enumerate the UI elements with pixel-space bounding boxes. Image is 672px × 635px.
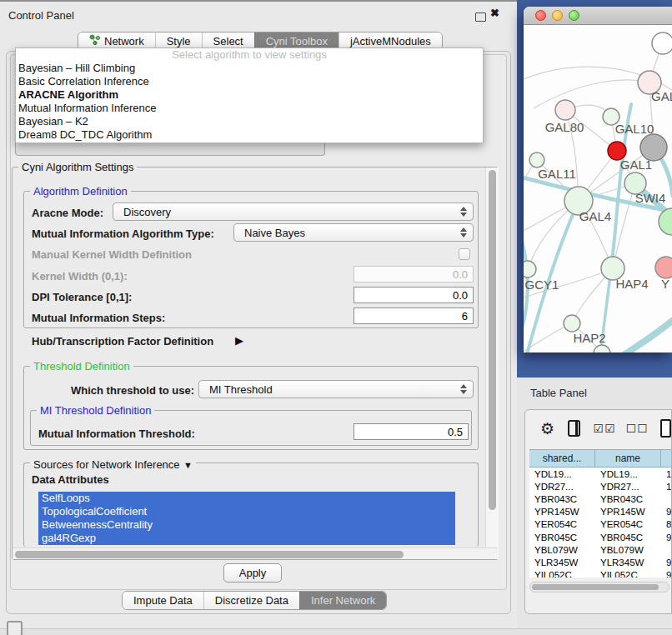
table-cell: YIL052C (595, 570, 661, 578)
dropdown-item[interactable]: Dream8 DC_TDC Algorithm (16, 128, 483, 142)
document-icon[interactable] (660, 419, 671, 438)
table-panel-window: ⚙ ☑☑ ☐☐ shared... name YDL19...YDL19...1… (524, 409, 672, 614)
aracne-mode-value: Discovery (123, 206, 171, 218)
select-all-checkboxes-icon[interactable]: ☑☑ (594, 422, 616, 435)
list-item[interactable]: SelfLoops (38, 492, 455, 505)
which-threshold-value: MI Threshold (209, 383, 273, 396)
sources-group-title: Sources for Network Inference (33, 458, 180, 471)
mi-steps-label: Mutual Information Steps: (32, 312, 165, 324)
network-node-hap2[interactable] (564, 315, 580, 332)
scrollbar-thumb[interactable] (15, 551, 404, 558)
table-cell: YER054C (529, 519, 595, 529)
expand-arrow-icon[interactable]: ▶ (235, 334, 243, 347)
aracne-mode-combo[interactable]: Discovery (113, 202, 474, 221)
table-cell: YLR345W (595, 558, 661, 568)
network-node-gal80[interactable] (555, 100, 575, 120)
combo-stepper-icon (460, 228, 467, 238)
hub-definition-label[interactable]: Hub/Transcription Factor Definition (32, 335, 213, 348)
network-window-titlebar[interactable] (524, 7, 672, 25)
table-panel-title: Table Panel (530, 387, 587, 399)
table-cell: 9. (661, 558, 672, 568)
table-row[interactable]: YLR345WYLR345W9. (529, 556, 672, 568)
close-icon[interactable]: ✖ (490, 7, 499, 19)
table-row[interactable]: YER054CYER054C8. (529, 518, 672, 531)
dpi-tolerance-field[interactable]: 0.0 (354, 287, 474, 303)
column-header[interactable]: shared... (529, 449, 595, 468)
scrollbar-thumb[interactable] (532, 584, 659, 590)
zoom-window-icon[interactable] (569, 10, 579, 21)
table-cell: YDR27... (529, 482, 595, 492)
table-row[interactable]: YPR145WYPR145W9. (529, 506, 672, 518)
table-cell: 9. (661, 570, 672, 578)
node-label: HAP4 (615, 277, 648, 291)
settings-horizontal-scrollbar[interactable] (13, 548, 498, 559)
minimize-window-icon[interactable] (552, 10, 563, 21)
tab-infer-network[interactable]: Infer Network (299, 592, 386, 609)
mi-steps-field[interactable]: 6 (354, 308, 474, 324)
table-cell: YDL19... (595, 469, 661, 479)
mi-threshold-field[interactable]: 0.5 (354, 423, 469, 440)
close-window-icon[interactable] (535, 10, 546, 21)
mi-type-value: Naive Bayes (244, 227, 305, 239)
network-node-gal11[interactable] (529, 152, 544, 168)
table-horizontal-scrollbar[interactable] (529, 582, 669, 592)
table-row[interactable]: YBL079WYBL079W (529, 543, 672, 556)
scrollbar-thumb[interactable] (489, 170, 496, 510)
settings-vertical-scrollbar[interactable] (485, 168, 499, 559)
list-item[interactable]: gal4RGexp (38, 532, 455, 545)
mi-threshold-group-title: MI Threshold Definition (37, 404, 154, 417)
table-row[interactable]: YDR27...YDR27...12 (529, 480, 672, 492)
kernel-width-field[interactable]: 0.0 (354, 266, 474, 282)
mi-type-combo[interactable]: Naive Bayes (233, 223, 474, 242)
tab-impute-data[interactable]: Impute Data (123, 592, 203, 609)
node-label: GAL1 (620, 158, 652, 172)
network-canvas[interactable]: GALGAL80GAL10GAL1GAL11GAL4SWI4GCY1HAP4YH… (524, 25, 672, 352)
column-header[interactable]: name (595, 449, 661, 468)
network-node-gcy1[interactable] (524, 261, 536, 278)
split-columns-icon[interactable] (568, 420, 580, 437)
table-row[interactable]: YBR043CYBR043C (529, 492, 672, 505)
manual-kernel-checkbox[interactable] (459, 248, 470, 260)
network-graph: GALGAL80GAL10GAL1GAL11GAL4SWI4GCY1HAP4YH… (524, 25, 672, 352)
list-item[interactable]: BetweennessCentrality (38, 518, 455, 532)
table-row[interactable]: YBR045CYBR045C9. (529, 531, 672, 543)
table-cell: YBR043C (529, 494, 595, 504)
dropdown-item[interactable]: Mutual Information Inference (16, 102, 483, 115)
data-attributes-list[interactable]: SelfLoops TopologicalCoefficient Between… (38, 492, 455, 545)
table-cell: YBR045C (595, 532, 661, 542)
collapse-arrow-icon[interactable]: ▼ (183, 460, 193, 470)
network-node-swi4[interactable] (659, 208, 672, 235)
which-threshold-combo[interactable]: MI Threshold (198, 380, 474, 398)
table-body[interactable]: YDL19...YDL19...13YDR27...YDR27...12YBR0… (529, 468, 672, 578)
minimized-panel-icon[interactable] (7, 621, 23, 635)
status-strip (0, 628, 672, 635)
bottom-tabs: Impute Data Discretize Data Infer Networ… (122, 591, 387, 610)
dropdown-item[interactable]: Basic Correlation Inference (16, 75, 483, 88)
manual-kernel-label: Manual Kernel Width Definition (32, 248, 192, 261)
table-row[interactable]: YIL052CYIL052C9. (529, 569, 672, 578)
table-row[interactable]: YDL19...YDL19...13 (529, 468, 672, 480)
dropdown-item[interactable]: ARACNE Algorithm (16, 88, 483, 102)
threshold-definition-title: Threshold Definition (30, 360, 133, 372)
node-label: HAP2 (573, 331, 605, 345)
column-header[interactable] (661, 449, 672, 468)
list-item[interactable]: TopologicalCoefficient (38, 505, 455, 518)
table-cell: YDL19... (529, 469, 595, 479)
table-cell: 12 (661, 482, 672, 492)
combo-stepper-icon (460, 207, 467, 217)
network-window: GALGAL80GAL10GAL1GAL11GAL4SWI4GCY1HAP4YH… (524, 7, 672, 352)
network-node-y[interactable] (655, 257, 672, 278)
apply-button[interactable]: Apply (223, 563, 282, 582)
sources-group-title-wrap[interactable]: Sources for Network Inference ▼ (30, 457, 196, 472)
algorithm-combobox-partial[interactable] (15, 143, 325, 156)
tab-discretize-data[interactable]: Discretize Data (203, 592, 299, 609)
float-panel-icon[interactable] (475, 12, 486, 22)
deselect-all-checkboxes-icon[interactable]: ☐☐ (626, 422, 649, 435)
node-label: GAL10 (615, 122, 654, 136)
dropdown-item[interactable]: Bayesian – Hill Climbing (16, 62, 483, 75)
dropdown-item[interactable]: Bayesian – K2 (16, 115, 483, 128)
gear-icon[interactable]: ⚙ (540, 421, 554, 437)
table-cell: YDR27... (595, 482, 661, 492)
network-node[interactable] (652, 32, 672, 54)
node-label: SWI4 (635, 191, 666, 205)
